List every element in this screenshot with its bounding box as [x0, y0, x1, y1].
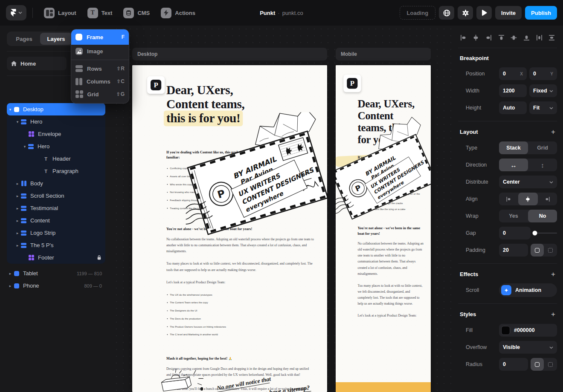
- frame-label-desktop[interactable]: Desktop: [132, 48, 327, 61]
- menu-item-image[interactable]: Image: [71, 45, 129, 58]
- caret-closed-icon[interactable]: ▸: [7, 271, 14, 276]
- canvas-frame-mobile[interactable]: P Dear, UXers, Content teams, this is fo…: [336, 65, 431, 392]
- type-option-stack[interactable]: Stack: [499, 141, 528, 154]
- caret-closed-icon[interactable]: ▸: [7, 284, 14, 288]
- caret-closed-icon[interactable]: ▸: [14, 206, 21, 210]
- caret-open-icon[interactable]: ▾: [7, 107, 14, 112]
- wrap-option-yes[interactable]: Yes: [499, 210, 528, 222]
- layer-row-desktop[interactable]: ▾ Desktop: [7, 103, 105, 115]
- menu-item-rows[interactable]: Rows ⇧R: [71, 62, 129, 75]
- padding-individual-icon[interactable]: [544, 244, 557, 257]
- align-start-icon[interactable]: [499, 193, 518, 205]
- menu-item-grid[interactable]: Grid ⇧G: [71, 88, 129, 101]
- layer-row-paragraph[interactable]: T Paragraph: [7, 165, 105, 177]
- position-y-input[interactable]: 0Y: [529, 67, 557, 80]
- distribute-horizontal-icon[interactable]: [536, 34, 543, 41]
- position-x-input[interactable]: 0X: [499, 67, 527, 80]
- menu-item-frame[interactable]: Frame F: [71, 29, 129, 45]
- layer-row-testimonial[interactable]: ▸ Testimonial: [7, 202, 105, 214]
- caret-closed-icon[interactable]: ▸: [14, 194, 21, 198]
- layer-row-tablet[interactable]: ▸ Tablet 1199 — 810: [7, 267, 105, 280]
- letter-page-mobile: P Dear, UXers, Content teams, this is fo…: [336, 65, 431, 392]
- text-icon: T: [87, 8, 98, 18]
- fill-color-control[interactable]: #000000: [499, 324, 557, 337]
- canvas-frame-desktop[interactable]: P Dear, UXers, Content teams, this is fo…: [132, 65, 327, 392]
- distribute-select[interactable]: Center: [499, 176, 557, 188]
- frame-label-mobile[interactable]: Mobile: [336, 48, 431, 61]
- caret-open-icon[interactable]: ▾: [14, 120, 21, 124]
- loading-button[interactable]: Loading: [400, 6, 436, 20]
- add-effect-button[interactable]: +: [551, 271, 555, 278]
- align-bottom-icon[interactable]: [523, 34, 530, 41]
- align-end-icon[interactable]: [538, 193, 557, 205]
- settings-button[interactable]: [458, 6, 473, 20]
- radius-individual-icon[interactable]: [544, 358, 557, 371]
- inspector-divider: [458, 263, 557, 264]
- layer-row-logo-strip[interactable]: ▸ Logo Strip: [7, 227, 105, 239]
- layer-row-envelope[interactable]: Envelope: [7, 128, 105, 140]
- layer-row-hero-inner[interactable]: ▾ Hero: [7, 140, 105, 153]
- inspector-divider: [458, 303, 557, 304]
- align-left-icon[interactable]: [460, 34, 467, 41]
- tab-layers[interactable]: Layers: [40, 33, 72, 45]
- caret-closed-icon[interactable]: ▸: [14, 231, 21, 235]
- layer-row-body[interactable]: ▸ Body: [7, 177, 105, 190]
- add-style-button[interactable]: +: [551, 311, 555, 318]
- layer-row-content[interactable]: ▸ Content: [7, 214, 105, 227]
- layer-row-footer[interactable]: Footer: [7, 251, 105, 264]
- section-title-breakpoint: Breakpoint: [460, 55, 489, 61]
- padding-uniform-icon[interactable]: [531, 244, 544, 257]
- gap-input[interactable]: 0: [499, 227, 531, 239]
- padding-input[interactable]: 20: [499, 244, 528, 257]
- overflow-select[interactable]: Visible: [499, 341, 557, 354]
- caret-open-icon[interactable]: ▾: [21, 144, 28, 149]
- layer-row-header[interactable]: T Header: [7, 153, 105, 165]
- layer-row-scroll-section[interactable]: ▸ Scroll Section: [7, 190, 105, 202]
- layer-label: Content: [30, 217, 50, 224]
- add-layout-button[interactable]: +: [551, 128, 555, 135]
- caret-closed-icon[interactable]: ▸: [14, 243, 21, 248]
- layer-row-the-5-ps[interactable]: ▸ The 5 P's: [7, 239, 105, 251]
- width-input[interactable]: 1200: [499, 84, 527, 97]
- toolbar-item-layout[interactable]: Layout: [44, 8, 76, 18]
- preview-play-button[interactable]: [476, 6, 492, 20]
- layer-row-phone[interactable]: ▸ Phone 809 — 0: [7, 280, 105, 292]
- toolbar-item-text[interactable]: T Text: [87, 8, 113, 18]
- gap-slider[interactable]: [533, 227, 557, 239]
- site-preview-globe-button[interactable]: [439, 6, 454, 20]
- align-right-icon[interactable]: [485, 34, 492, 41]
- direction-vertical-icon[interactable]: ↕: [528, 159, 557, 171]
- toolbar-item-cms[interactable]: CMS: [123, 8, 150, 18]
- slider-handle[interactable]: [533, 231, 537, 236]
- caret-closed-icon[interactable]: ▸: [14, 219, 21, 223]
- menu-item-columns[interactable]: Columns ⇧C: [71, 75, 129, 88]
- align-middle-vertical-icon[interactable]: [511, 34, 517, 41]
- toolbar-item-label: Text: [102, 10, 113, 16]
- color-swatch[interactable]: [501, 326, 510, 335]
- lock-icon[interactable]: [97, 255, 105, 260]
- layer-row-hero[interactable]: ▾ Hero: [7, 115, 105, 128]
- type-option-grid[interactable]: Grid: [528, 141, 557, 154]
- invite-button[interactable]: Invite: [495, 6, 522, 20]
- scroll-animation-chip[interactable]: ✦ Animation: [499, 283, 557, 297]
- direction-horizontal-icon[interactable]: ↔: [499, 159, 528, 171]
- wrap-option-no[interactable]: No: [528, 210, 557, 222]
- radius-uniform-icon[interactable]: [531, 358, 544, 371]
- toolbar-item-actions[interactable]: Actions: [161, 8, 195, 18]
- align-top-icon[interactable]: [498, 34, 505, 41]
- height-input[interactable]: Auto: [499, 101, 527, 114]
- width-mode-select[interactable]: Fixed: [529, 84, 557, 97]
- height-mode-select[interactable]: Fit: [529, 101, 557, 114]
- app-logo-menu-button[interactable]: [6, 5, 26, 20]
- design-canvas[interactable]: Desktop Mobile P Dear, UXers, Content te…: [113, 26, 452, 392]
- tab-pages[interactable]: Pages: [8, 33, 40, 45]
- align-center-horizontal-icon[interactable]: [473, 34, 479, 41]
- section-title-layout: Layout: [460, 129, 478, 135]
- stack-layer-icon: [21, 205, 26, 211]
- radius-input[interactable]: 0: [499, 358, 528, 371]
- align-center-icon[interactable]: [518, 193, 537, 205]
- publish-button[interactable]: Publish: [525, 6, 557, 20]
- distribute-vertical-icon[interactable]: [548, 34, 555, 41]
- sidebar-item-home[interactable]: Home: [7, 57, 67, 70]
- caret-closed-icon[interactable]: ▸: [14, 182, 21, 186]
